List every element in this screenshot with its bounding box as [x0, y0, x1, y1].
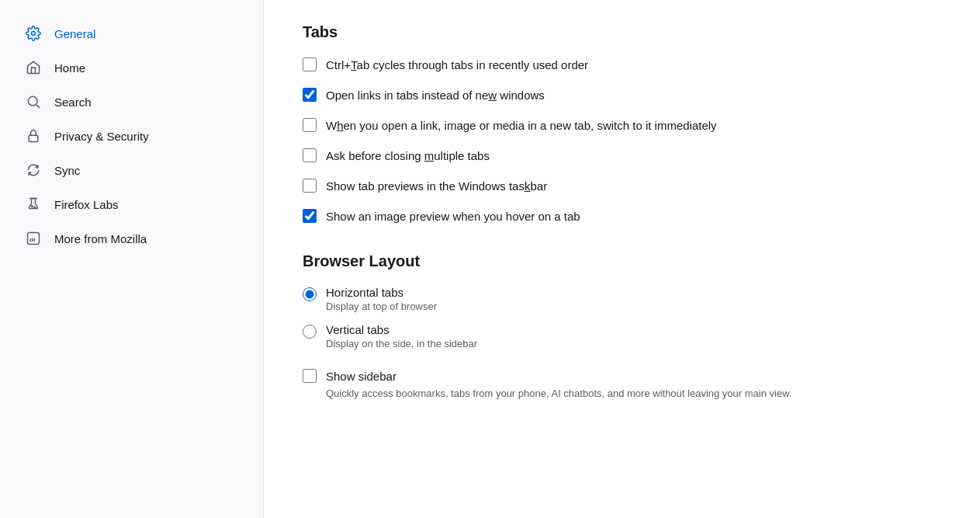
horizontal-tabs-content: Horizontal tabs Display at top of browse…	[326, 286, 437, 312]
browser-layout-title: Browser Layout	[303, 252, 941, 270]
tab-previews-taskbar-label[interactable]: Show tab previews in the Windows taskbar	[326, 178, 547, 194]
checkbox-row-show-sidebar: Show sidebar Quickly access bookmarks, t…	[303, 368, 941, 402]
sidebar-item-search[interactable]: Search	[6, 85, 257, 118]
open-links-tabs-checkbox[interactable]	[303, 88, 317, 102]
mozilla-icon: m	[25, 230, 42, 247]
radio-row-horizontal-tabs: Horizontal tabs Display at top of browse…	[303, 286, 941, 312]
checkbox-row-tab-previews: Show tab previews in the Windows taskbar	[303, 178, 941, 194]
svg-point-1	[28, 96, 37, 106]
horizontal-tabs-radio[interactable]	[303, 287, 317, 301]
sidebar-item-label: Firefox Labs	[54, 198, 119, 211]
checkbox-row-ctrl-tab: Ctrl+Tab cycles through tabs in recently…	[303, 57, 941, 73]
horizontal-tabs-label[interactable]: Horizontal tabs	[326, 286, 437, 299]
sidebar-item-label: More from Mozilla	[54, 232, 147, 245]
show-sidebar-label[interactable]: Show sidebar	[326, 368, 791, 384]
tabs-section: Tabs Ctrl+Tab cycles through tabs in rec…	[303, 23, 941, 224]
radio-row-vertical-tabs: Vertical tabs Display on the side, in th…	[303, 323, 941, 349]
lock-icon	[25, 127, 42, 144]
labs-icon	[25, 196, 42, 213]
sidebar: General Home Search Privacy & Se	[0, 0, 264, 518]
browser-layout-radio-group: Horizontal tabs Display at top of browse…	[303, 286, 941, 360]
sidebar-item-general[interactable]: General	[6, 17, 257, 50]
sidebar-item-label: General	[54, 27, 95, 40]
search-icon	[25, 93, 42, 110]
show-sidebar-checkbox[interactable]	[303, 369, 317, 383]
svg-point-6	[34, 207, 36, 208]
svg-point-5	[32, 206, 33, 207]
gear-icon	[25, 25, 42, 42]
checkbox-row-switch-on-open: When you open a link, image or media in …	[303, 117, 941, 134]
ask-before-closing-checkbox[interactable]	[303, 148, 317, 162]
ask-before-closing-label[interactable]: Ask before closing multiple tabs	[326, 148, 490, 164]
svg-line-2	[36, 105, 40, 109]
switch-on-open-label[interactable]: When you open a link, image or media in …	[326, 117, 717, 134]
svg-point-0	[32, 32, 36, 36]
sidebar-item-label: Sync	[54, 164, 80, 177]
open-links-tabs-label[interactable]: Open links in tabs instead of new window…	[326, 87, 545, 103]
vertical-tabs-content: Vertical tabs Display on the side, in th…	[326, 323, 477, 349]
sidebar-item-sync[interactable]: Sync	[6, 154, 257, 186]
sync-icon	[25, 162, 42, 179]
svg-rect-3	[29, 135, 38, 141]
show-sidebar-desc: Quickly access bookmarks, tabs from your…	[326, 386, 791, 402]
image-preview-hover-checkbox[interactable]	[303, 209, 317, 223]
sidebar-item-home[interactable]: Home	[6, 51, 257, 84]
sidebar-item-label: Search	[54, 96, 92, 109]
vertical-tabs-radio[interactable]	[303, 325, 317, 339]
vertical-tabs-label[interactable]: Vertical tabs	[326, 323, 477, 336]
sidebar-item-more-mozilla[interactable]: m More from Mozilla	[6, 222, 257, 255]
sidebar-item-privacy-security[interactable]: Privacy & Security	[6, 120, 257, 152]
vertical-tabs-desc: Display on the side, in the sidebar	[326, 338, 477, 349]
tab-previews-taskbar-checkbox[interactable]	[303, 179, 317, 193]
image-preview-hover-label[interactable]: Show an image preview when you hover on …	[326, 208, 580, 224]
tabs-section-title: Tabs	[303, 23, 941, 41]
browser-layout-section: Browser Layout Horizontal tabs Display a…	[303, 252, 941, 402]
ctrl-tab-label[interactable]: Ctrl+Tab cycles through tabs in recently…	[326, 57, 588, 73]
sidebar-item-label: Home	[54, 61, 85, 75]
checkbox-row-image-preview: Show an image preview when you hover on …	[303, 208, 941, 224]
horizontal-tabs-desc: Display at top of browser	[326, 301, 437, 312]
checkbox-row-ask-closing: Ask before closing multiple tabs	[303, 148, 941, 164]
sidebar-item-firefox-labs[interactable]: Firefox Labs	[6, 188, 257, 221]
sidebar-item-label: Privacy & Security	[54, 130, 149, 143]
switch-on-open-checkbox[interactable]	[303, 118, 317, 132]
home-icon	[25, 59, 42, 76]
main-content: Tabs Ctrl+Tab cycles through tabs in rec…	[264, 0, 980, 518]
ctrl-tab-checkbox[interactable]	[303, 57, 317, 71]
show-sidebar-content: Show sidebar Quickly access bookmarks, t…	[326, 368, 791, 402]
svg-text:m: m	[29, 235, 36, 243]
checkbox-row-open-links: Open links in tabs instead of new window…	[303, 87, 941, 103]
